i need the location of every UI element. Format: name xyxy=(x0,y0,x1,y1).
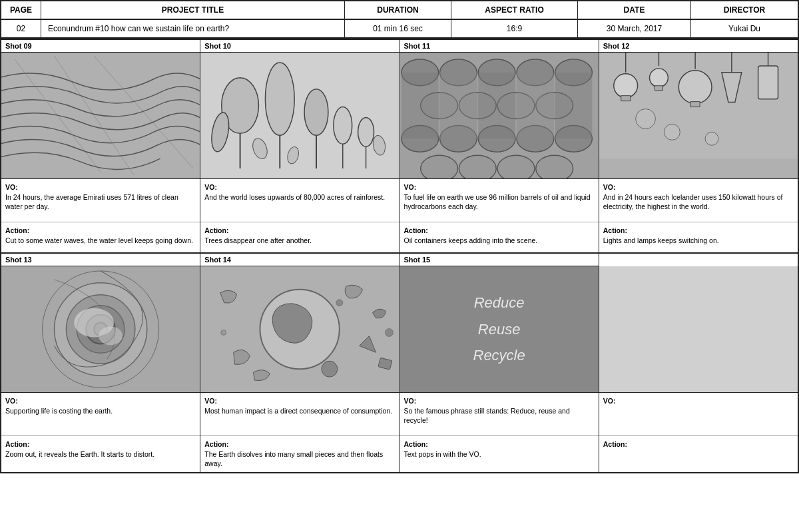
svg-point-9 xyxy=(304,89,328,136)
shot-09-action: Action: Cut to some water waves, the wat… xyxy=(1,222,200,252)
shot-12-cell: Shot 12 xyxy=(599,40,798,252)
svg-point-34 xyxy=(420,155,457,178)
shot-10-action: Action: Trees disappear one after anothe… xyxy=(200,222,399,252)
svg-point-35 xyxy=(459,155,496,178)
shot-11-vo-label: VO: xyxy=(404,183,417,191)
shot-13-label: Shot 13 xyxy=(1,254,200,266)
header-row: PAGE PROJECT TITLE DURATION ASPECT RATIO… xyxy=(1,1,798,20)
shot-13-action-text: Zoom out, it reveals the Earth. It start… xyxy=(5,450,154,458)
shot-13-vo: VO: Supporting life is costing the earth… xyxy=(1,393,200,436)
header-title: PROJECT TITLE xyxy=(41,1,345,19)
shot-15-action-label: Action: xyxy=(404,440,428,448)
shot-12-action-label: Action: xyxy=(603,226,627,234)
shot-16-action: Action: xyxy=(599,436,798,466)
svg-point-45 xyxy=(614,74,638,98)
shot-11-image xyxy=(400,53,599,179)
reduce-reuse-recycle-container: Reduce Reuse Recycle xyxy=(400,266,599,392)
shot-09-vo-text: In 24 hours, the average Emirati uses 57… xyxy=(5,193,178,211)
svg-rect-78 xyxy=(599,266,798,392)
info-date: 30 March, 2017 xyxy=(578,20,691,37)
shot-16-cell: VO: Action: xyxy=(599,254,798,472)
reduce-text: Reduce xyxy=(474,290,525,316)
shot-10-action-label: Action: xyxy=(204,226,228,234)
shot-16-action-label: Action: xyxy=(603,440,627,448)
shot-15-action-text: Text pops in with the VO. xyxy=(404,450,481,458)
svg-point-57 xyxy=(635,109,655,129)
shot-14-action-text: The Earth disolves into many small piece… xyxy=(204,450,383,468)
shot-16-vo: VO: xyxy=(599,393,798,436)
shot-12-action-text: Lights and lamps keeps switching on. xyxy=(603,236,719,244)
info-aspect: 16:9 xyxy=(451,20,578,37)
shot-11-vo: VO: To fuel life on earth we use 96 mill… xyxy=(400,179,599,222)
shots-section: Shot 09 xyxy=(1,39,798,472)
shots-row-1: Shot 09 xyxy=(1,40,798,254)
svg-point-37 xyxy=(535,155,573,178)
shot-14-image xyxy=(200,266,399,393)
shot-14-vo-text: Most human impact is a direct consequenc… xyxy=(204,407,392,415)
svg-rect-42 xyxy=(555,73,592,138)
svg-point-36 xyxy=(497,155,535,178)
reuse-text: Reuse xyxy=(478,316,521,343)
shot-12-action: Action: Lights and lamps keeps switching… xyxy=(599,222,798,252)
shot-11-action: Action: Oil containers keeps adding into… xyxy=(400,222,599,252)
info-director: Yukai Du xyxy=(691,20,798,37)
shot-15-vo-label: VO: xyxy=(404,397,417,405)
shot-13-cell: Shot 13 xyxy=(1,254,200,472)
shot-10-vo: VO: And the world loses upwards of 80,00… xyxy=(200,179,399,222)
shots-row-2: Shot 13 xyxy=(1,254,798,472)
shot-15-action: Action: Text pops in with the VO. xyxy=(400,436,599,466)
svg-rect-60 xyxy=(599,158,798,178)
shot-09-label: Shot 09 xyxy=(1,40,200,53)
svg-rect-56 xyxy=(758,66,778,99)
storyboard: PAGE PROJECT TITLE DURATION ASPECT RATIO… xyxy=(0,0,799,473)
recycle-text: Recycle xyxy=(473,342,525,369)
info-page: 02 xyxy=(1,20,41,37)
svg-rect-41 xyxy=(516,73,553,138)
shot-14-vo-label: VO: xyxy=(204,397,217,405)
svg-point-7 xyxy=(266,63,295,135)
shot-11-label: Shot 11 xyxy=(400,40,599,53)
info-duration: 01 min 16 sec xyxy=(345,20,451,37)
shot-15-image: Reduce Reuse Recycle xyxy=(400,266,599,393)
shot-09-vo-label: VO: xyxy=(5,183,18,191)
svg-point-58 xyxy=(664,124,680,140)
svg-point-75 xyxy=(336,300,343,306)
shot-09-image xyxy=(1,53,200,179)
svg-point-59 xyxy=(705,132,718,145)
shot-09-vo: VO: In 24 hours, the average Emirati use… xyxy=(1,179,200,222)
shot-12-image xyxy=(599,53,798,179)
svg-rect-52 xyxy=(690,102,700,107)
info-row: 02 Econundrum #10 how can we sustain lif… xyxy=(1,20,798,39)
info-title: Econundrum #10 how can we sustain life o… xyxy=(41,20,345,37)
shot-09-action-label: Action: xyxy=(5,226,29,234)
svg-rect-49 xyxy=(655,86,663,91)
shot-13-action: Action: Zoom out, it reveals the Earth. … xyxy=(1,436,200,466)
shot-10-action-text: Trees disappear one after another. xyxy=(204,236,312,244)
shot-12-label: Shot 12 xyxy=(599,40,798,53)
shot-11-action-label: Action: xyxy=(404,226,428,234)
header-page: PAGE xyxy=(1,1,41,19)
svg-point-73 xyxy=(322,361,338,377)
svg-point-76 xyxy=(221,330,226,335)
shot-10-cell: Shot 10 xyxy=(200,40,400,252)
shot-16-vo-label: VO: xyxy=(603,397,616,405)
header-duration: DURATION xyxy=(345,1,451,19)
shot-10-image xyxy=(200,53,399,179)
svg-point-11 xyxy=(334,107,352,144)
shot-10-label: Shot 10 xyxy=(200,40,399,53)
shot-11-vo-text: To fuel life on earth we use 96 million … xyxy=(404,193,591,211)
shot-10-vo-label: VO: xyxy=(204,183,217,191)
shot-13-vo-label: VO: xyxy=(5,397,18,405)
svg-rect-39 xyxy=(439,73,477,138)
shot-15-vo: VO: So the famous phrase still stands: R… xyxy=(400,393,599,436)
shot-15-label: Shot 15 xyxy=(400,254,599,266)
shot-13-action-label: Action: xyxy=(5,440,29,448)
shot-16-image xyxy=(599,266,798,393)
shot-13-image xyxy=(1,266,200,393)
header-director: DIRECTOR xyxy=(691,1,798,19)
svg-point-77 xyxy=(386,329,394,337)
shot-14-action: Action: The Earth disolves into many sma… xyxy=(200,436,399,472)
shot-15-vo-text: So the famous phrase still stands: Reduc… xyxy=(404,407,570,425)
shot-12-vo-label: VO: xyxy=(603,183,616,191)
shot-09-cell: Shot 09 xyxy=(1,40,200,252)
